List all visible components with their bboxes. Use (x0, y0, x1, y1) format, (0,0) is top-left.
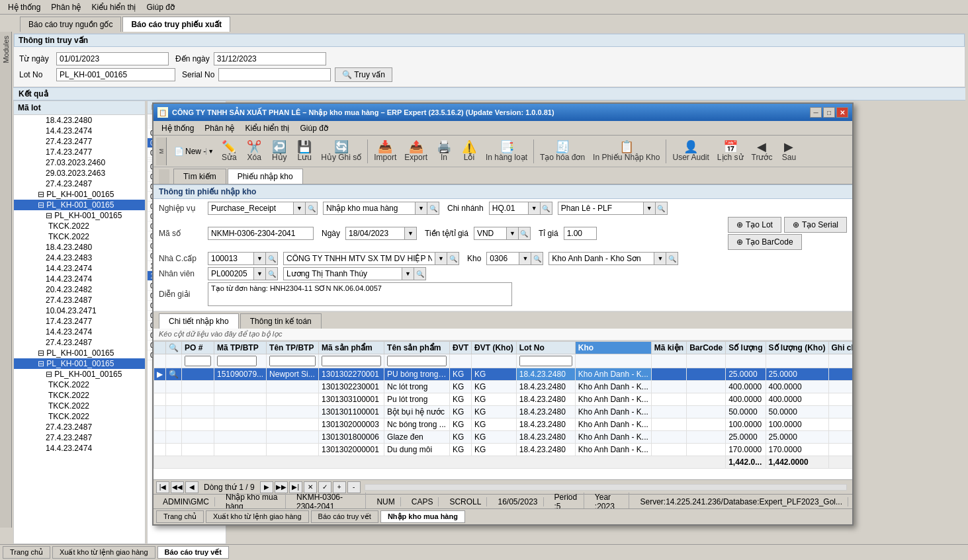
from-date-input[interactable] (56, 52, 169, 65)
col-so-luong[interactable]: Số lượng (726, 342, 766, 354)
in-hang-loat-button[interactable]: 📑 In hàng loạt (482, 138, 531, 165)
chi-nhanh-dropdown[interactable]: ▼ (529, 202, 541, 215)
tree-item[interactable]: 27.4.23.2487 (14, 422, 145, 432)
tree-item[interactable]: 27.4.23.2477 (14, 136, 145, 147)
modal-tab-xuat-kho[interactable]: Xuất kho từ lệnh giao hàng (206, 510, 309, 523)
kho-search[interactable]: 🔍 (531, 252, 543, 265)
menu-giup-do[interactable]: Giúp đỡ (141, 1, 179, 13)
nhan-vien-name-search[interactable]: 🔍 (414, 267, 426, 280)
menu-phan-he[interactable]: Phân hệ (46, 1, 86, 13)
tree-item[interactable]: 14.4.23.2474 (14, 126, 145, 136)
sau-button[interactable]: ▶ Sau (777, 138, 801, 165)
tree-item[interactable]: 14.4.23.2474 (14, 443, 145, 454)
tree-item[interactable]: 14.4.23.2474 (14, 274, 145, 284)
tree-item[interactable]: 18.4.23.2480 (14, 115, 145, 126)
luu-button[interactable]: 💾 Lưu (292, 138, 316, 165)
nghiep-vu-search[interactable]: 🔍 (306, 202, 318, 215)
table-scroll[interactable]: 🔍 PO # Mã TP/BTP Tên TP/BTP Mã sản phẩm … (154, 341, 852, 479)
lot-no-input[interactable] (56, 68, 175, 81)
modules-tab[interactable]: Modules (1, 32, 11, 67)
tree-item[interactable]: 27.4.23.2487 (14, 432, 145, 443)
tree-item[interactable]: 27.03.2023.2460 (14, 157, 145, 168)
nhan-vien-dropdown[interactable]: ▼ (254, 267, 266, 280)
detail-tab-chi-tiet[interactable]: Chi tiết nhập kho (159, 313, 239, 329)
lich-su-button[interactable]: 📅 Lịch sử (714, 138, 747, 165)
tree-item[interactable]: TKCK.2022 (14, 231, 145, 242)
ngay-input[interactable] (345, 227, 405, 240)
modal-close[interactable]: ✕ (836, 107, 848, 118)
tree-item[interactable]: 10.04.23.2471 (14, 305, 145, 316)
modal-minimize[interactable]: ─ (810, 107, 822, 118)
huy-button[interactable]: ↩️ Hủy (267, 138, 291, 165)
tree-item[interactable]: ⊟ PL_KH-001_00165 (14, 358, 145, 369)
tao-lot-button[interactable]: ⊕ Tạo Lot (728, 217, 781, 233)
tree-item[interactable]: 27.4.23.2487 (14, 295, 145, 305)
tao-hoa-don-button[interactable]: 🧾 Tạo hóa đơn (537, 138, 588, 165)
menu-kieu-hien-thi[interactable]: Kiểu hiển thị (86, 1, 141, 13)
nha-ccap-name-search[interactable]: 🔍 (447, 252, 459, 265)
tree-item[interactable]: 20.4.23.2482 (14, 284, 145, 295)
kho-input[interactable] (486, 252, 519, 265)
in-phieu-button[interactable]: 📋 In Phiếu Nhập Kho (590, 138, 663, 165)
ngay-dropdown[interactable]: ▼ (405, 227, 417, 240)
tien-te-dropdown[interactable]: ▼ (507, 227, 519, 240)
nha-ccap-search[interactable]: 🔍 (266, 252, 278, 265)
tien-te-input[interactable] (474, 227, 507, 240)
nha-ccap-dropdown[interactable]: ▼ (254, 252, 266, 265)
col-ten-tp[interactable]: Tên TP/BTP (267, 342, 319, 354)
nav-next-page[interactable]: ▶▶ (275, 481, 288, 493)
tree-item[interactable]: 17.4.23.2477 (14, 147, 145, 157)
nav-next[interactable]: ▶ (260, 481, 273, 493)
modal-tab-bao-cao[interactable]: Báo cáo truy vết (311, 510, 378, 523)
tree-item[interactable]: TKCK.2022 (14, 411, 145, 422)
xoa-button[interactable]: ✂️ Xóa (242, 138, 266, 165)
nhan-vien-name-dropdown[interactable]: ▼ (402, 267, 414, 280)
modal-menu-he-thong[interactable]: Hệ thống (156, 122, 199, 134)
chi-nhanh-name-dropdown[interactable]: ▼ (644, 202, 656, 215)
new-dropdown-arrow[interactable]: ▼ (206, 148, 214, 155)
tree-item[interactable]: ⊟ PL_KH-001_00165 (14, 348, 145, 358)
new-button-group[interactable]: 📄 New - ▼ (171, 138, 216, 165)
modal-restore[interactable]: □ (823, 107, 835, 118)
filter-ten-tp[interactable] (269, 356, 316, 366)
col-ghi-chu[interactable]: Ghi chú (828, 342, 852, 354)
chi-nhanh-name-input[interactable] (558, 202, 644, 215)
filter-po[interactable] (185, 356, 211, 366)
nhan-vien-name-input[interactable] (283, 267, 402, 280)
in-button[interactable]: 🖨️ In (432, 138, 456, 165)
table-row[interactable]: ▶ 🔍 151090079... Newport Si... 130130227… (154, 368, 853, 381)
nav-add[interactable]: + (333, 481, 346, 493)
tao-serial-button[interactable]: ⊕ Tạo Serial (784, 217, 847, 233)
nghiep-vu-input[interactable] (208, 202, 294, 215)
tree-item[interactable]: ⊟ PL_KH-001_00165 (14, 189, 145, 200)
tree-item-selected[interactable]: ⊟ PL_KH-001_00165 (14, 200, 145, 210)
col-ma-sp[interactable]: Mã sản phẩm (319, 342, 384, 354)
dien-giai-input[interactable]: Tạo từ đơn hàng: HNH2304-11 SƠN NK.06.04… (208, 282, 512, 306)
nav-last[interactable]: ▶| (289, 481, 302, 493)
tree-item[interactable]: 18.4.23.2480 (14, 242, 145, 253)
table-row[interactable]: 1301302000003 Nc bóng trong ... KGKG 18.… (154, 419, 853, 431)
sua-button[interactable]: ✏️ Sửa (217, 138, 241, 165)
filter-ma-tp[interactable] (217, 356, 257, 366)
horizontal-scrollbar[interactable] (365, 484, 847, 491)
nav-first[interactable]: |◀ (156, 481, 169, 493)
tree-item[interactable]: TKCK.2022 (14, 221, 145, 231)
nhap-kho-search[interactable]: 🔍 (427, 202, 439, 215)
nhan-vien-input[interactable] (208, 267, 254, 280)
tree-item[interactable]: 27.4.23.2487 (14, 337, 145, 348)
serial-no-input[interactable] (218, 68, 331, 81)
tree-item[interactable]: TKCK.2022 (14, 390, 145, 401)
ma-so-input[interactable] (208, 227, 314, 240)
loi-button[interactable]: ⚠️ Lỗi (457, 138, 481, 165)
tree-item[interactable]: 17.4.23.2477 (14, 316, 145, 327)
to-date-input[interactable] (214, 52, 326, 65)
nhap-kho-dropdown[interactable]: ▼ (416, 202, 427, 215)
tree-item[interactable]: ⊟ PL_KH-001_00165 (14, 210, 145, 221)
nghiep-vu-dropdown[interactable]: ▼ (294, 202, 306, 215)
tab-tim-kiem[interactable]: Tìm kiếm (173, 169, 226, 184)
user-audit-button[interactable]: 👤 User Audit (669, 138, 712, 165)
col-kho[interactable]: Kho (575, 342, 651, 354)
nha-ccap-name-dropdown[interactable]: ▼ (435, 252, 447, 265)
tree-item[interactable]: ⊟ PL_KH-001_00165 (14, 369, 145, 380)
modal-tab-nhap-kho[interactable]: Nhập kho mua hàng (380, 510, 465, 523)
